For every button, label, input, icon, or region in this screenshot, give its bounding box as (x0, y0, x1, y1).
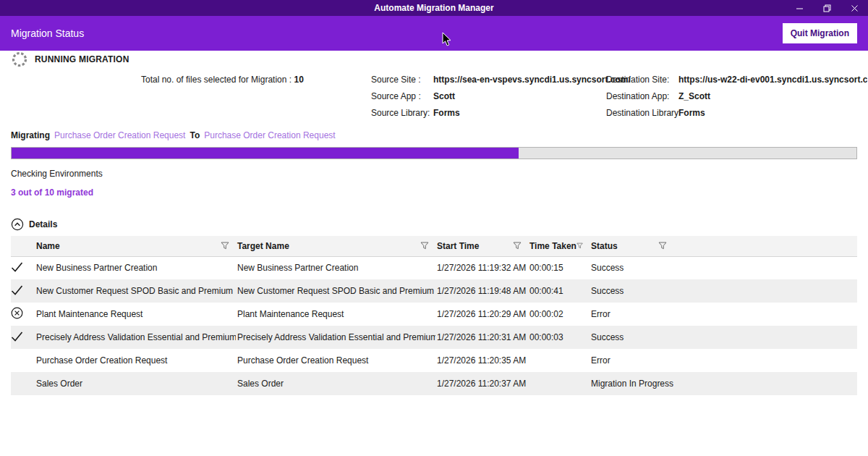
window-controls (786, 0, 868, 16)
row-success-icon (11, 262, 23, 272)
cell-time-taken: 00:00:03 (528, 326, 590, 349)
filter-icon[interactable] (221, 242, 229, 250)
window-title: Automate Migration Manager (0, 3, 868, 13)
cell-status-icon (11, 279, 35, 303)
migrating-target-name: Purchase Order Creation Request (204, 130, 335, 140)
close-button[interactable] (841, 0, 868, 16)
close-icon (851, 4, 859, 12)
page-title: Migration Status (11, 28, 84, 39)
titlebar: Automate Migration Manager (0, 0, 868, 16)
cell-status: Error (590, 303, 673, 326)
table-row[interactable]: New Business Partner Creation New Busine… (11, 256, 857, 279)
source-app-row: Source App : Scott (371, 91, 631, 101)
minimize-icon (796, 4, 804, 12)
progress-bar (11, 147, 857, 159)
cell-time-taken: 00:00:15 (528, 256, 590, 279)
cell-status: Success (590, 256, 673, 279)
cell-status: Migration In Progress (590, 372, 673, 395)
column-header-time-taken[interactable]: Time Taken (528, 236, 590, 256)
column-header-label: Time Taken (529, 241, 576, 251)
table-header-row: Name Target Name Start Time Time Taken (11, 236, 857, 256)
details-label: Details (29, 219, 57, 229)
destination-library-row: Destination Library: Forms (606, 108, 867, 118)
table-row[interactable]: Purchase Order Creation Request Purchase… (11, 349, 857, 372)
migration-table: Name Target Name Start Time Time Taken (11, 236, 857, 395)
running-migration-label: RUNNING MIGRATION (35, 54, 129, 64)
cell-filler (673, 349, 857, 372)
cell-name: Precisely Address Validation Essential a… (35, 326, 236, 349)
main-content: RUNNING MIGRATION Total no. of files sel… (0, 51, 868, 395)
details-toggle[interactable]: Details (11, 218, 857, 231)
source-info: Source Site : https://sea-en-vspevs.sync… (371, 75, 631, 118)
filter-icon[interactable] (576, 242, 583, 250)
cell-name: Sales Order (35, 372, 236, 395)
table-row[interactable]: New Customer Request SPOD Basic and Prem… (11, 279, 857, 303)
row-error-icon (11, 307, 23, 319)
column-header-status[interactable]: Status (590, 236, 673, 256)
column-header-label: Start Time (437, 241, 479, 251)
cell-filler (673, 326, 857, 349)
cell-time-taken: 00:00:02 (528, 303, 590, 326)
destination-site-label: Destination Site: (606, 75, 678, 85)
destination-site-value: https://us-w22-di-ev001.syncdi1.us.syncs… (678, 75, 867, 85)
source-library-value: Forms (433, 108, 460, 118)
progress-bar-fill (12, 148, 519, 159)
cell-name: New Business Partner Creation (35, 256, 236, 279)
cell-status: Error (590, 349, 673, 372)
filter-icon[interactable] (513, 242, 522, 250)
cell-start-time: 1/27/2026 11:20:29 AM (435, 303, 528, 326)
restore-button[interactable] (813, 0, 841, 16)
cell-filler (673, 279, 857, 303)
filter-icon[interactable] (658, 242, 667, 250)
cell-time-taken (528, 372, 590, 395)
filter-icon[interactable] (420, 242, 429, 250)
source-site-label: Source Site : (371, 75, 433, 85)
destination-library-value: Forms (678, 108, 705, 118)
source-library-row: Source Library: Forms (371, 108, 631, 118)
column-header-target-name[interactable]: Target Name (236, 236, 435, 256)
status-area: RUNNING MIGRATION Total no. of files sel… (11, 51, 857, 129)
destination-library-label: Destination Library: (606, 108, 678, 118)
migrating-line: Migrating Purchase Order Creation Reques… (11, 130, 857, 140)
source-app-value: Scott (433, 91, 455, 101)
cell-start-time: 1/27/2026 11:20:37 AM (435, 372, 528, 395)
cell-name: Purchase Order Creation Request (35, 349, 236, 372)
source-site-row: Source Site : https://sea-en-vspevs.sync… (371, 75, 631, 85)
cell-filler (673, 256, 857, 279)
cell-status-icon (11, 372, 35, 395)
cell-target-name: New Customer Request SPOD Basic and Prem… (236, 279, 435, 303)
cell-start-time: 1/27/2026 11:19:48 AM (435, 279, 528, 303)
cell-target-name: Sales Order (236, 372, 435, 395)
progress-status-text: Checking Environments (11, 169, 857, 179)
row-success-icon (11, 285, 23, 295)
table-row[interactable]: Plant Maintenance Request Plant Maintena… (11, 303, 857, 326)
table-row[interactable]: Precisely Address Validation Essential a… (11, 326, 857, 349)
column-header-start-time[interactable]: Start Time (435, 236, 528, 256)
cell-status-icon (11, 349, 35, 372)
app-header: Migration Status Quit Migration (0, 16, 868, 51)
migrating-label: Migrating (11, 130, 50, 140)
row-success-icon (11, 332, 23, 342)
spinner-icon (11, 51, 28, 68)
cell-name: New Customer Request SPOD Basic and Prem… (35, 279, 236, 303)
cell-status-icon (11, 303, 35, 326)
cell-status-icon (11, 326, 35, 349)
source-site-value: https://sea-en-vspevs.syncdi1.us.syncsor… (433, 75, 631, 85)
column-header-name[interactable]: Name (35, 236, 236, 256)
cell-filler (673, 303, 857, 326)
cell-start-time: 1/27/2026 11:20:35 AM (435, 349, 528, 372)
column-header-filler (673, 236, 857, 256)
column-header-icon (11, 236, 35, 256)
migrated-count-text: 3 out of 10 migrated (11, 187, 857, 198)
table-row[interactable]: Sales Order Sales Order 1/27/2026 11:20:… (11, 372, 857, 395)
total-files-value: 10 (294, 75, 303, 85)
destination-app-row: Destination App: Z_Scott (606, 91, 867, 101)
source-app-label: Source App : (371, 91, 433, 101)
column-header-label: Target Name (237, 241, 289, 251)
cell-start-time: 1/27/2026 11:20:31 AM (435, 326, 528, 349)
minimize-button[interactable] (786, 0, 813, 16)
migrating-source-name: Purchase Order Creation Request (54, 130, 185, 140)
source-library-label: Source Library: (371, 108, 433, 118)
cell-status-icon (11, 256, 35, 279)
quit-migration-button[interactable]: Quit Migration (783, 23, 857, 43)
